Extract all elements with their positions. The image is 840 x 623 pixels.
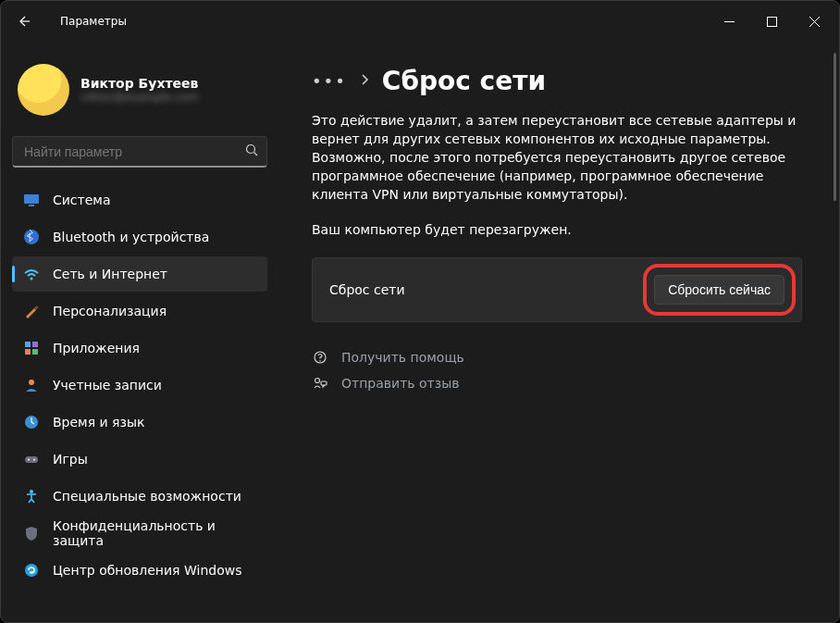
wifi-icon: [23, 266, 40, 282]
monitor-icon: [23, 192, 40, 208]
sidebar-item-accessibility[interactable]: Специальные возможности: [12, 479, 267, 514]
svg-point-17: [25, 564, 38, 577]
svg-point-14: [28, 459, 30, 461]
card-label: Сброс сети: [329, 282, 405, 297]
breadcrumb-more[interactable]: •••: [312, 71, 347, 91]
svg-rect-8: [32, 342, 38, 347]
sidebar-item-label: Центр обновления Windows: [53, 563, 241, 578]
sidebar-item-bluetooth[interactable]: Bluetooth и устройства: [12, 219, 267, 255]
search-input-wrap[interactable]: [12, 136, 267, 168]
link-label: Отправить отзыв: [341, 376, 459, 391]
reset-now-button[interactable]: Сбросить сейчас: [654, 275, 784, 305]
sidebar: Виктор Бухтеев viktor@example.com Систем…: [1, 42, 278, 622]
annotation-highlight: Сбросить сейчас: [643, 264, 796, 316]
sidebar-item-windows-update[interactable]: Центр обновления Windows: [12, 553, 267, 588]
maximize-icon: [767, 17, 777, 27]
main-content: ••• Сброс сети Это действие удалит, а за…: [278, 42, 839, 622]
sidebar-item-privacy[interactable]: Конфиденциальность и защита: [12, 516, 267, 551]
sidebar-item-apps[interactable]: Приложения: [12, 330, 267, 366]
sidebar-item-personalization[interactable]: Персонализация: [12, 293, 267, 329]
breadcrumb: ••• Сброс сети: [312, 66, 802, 96]
link-label: Получить помощь: [341, 350, 464, 365]
svg-point-1: [247, 144, 255, 153]
description-text: Это действие удалит, а затем переустанов…: [312, 111, 802, 204]
avatar: [18, 64, 69, 116]
back-button[interactable]: [5, 3, 42, 40]
svg-point-15: [33, 459, 35, 461]
sidebar-item-system[interactable]: Система: [12, 182, 267, 218]
window-controls: [708, 6, 835, 36]
apps-icon: [23, 340, 40, 356]
settings-window: Параметры Виктор Бухтеев viktor@example.…: [0, 0, 840, 623]
globe-clock-icon: [23, 414, 40, 430]
user-icon: [23, 377, 40, 393]
shield-icon: [23, 525, 40, 542]
svg-point-20: [315, 379, 320, 383]
nav: Система Bluetooth и устройства Сеть и Ин…: [8, 182, 271, 588]
svg-rect-13: [25, 456, 38, 463]
update-icon: [23, 562, 40, 579]
close-button[interactable]: [793, 6, 835, 36]
chevron-right-icon: [360, 72, 369, 90]
svg-point-11: [29, 380, 34, 385]
svg-rect-21: [321, 381, 327, 385]
svg-rect-0: [767, 17, 776, 26]
send-feedback-link[interactable]: Отправить отзыв: [312, 376, 802, 391]
svg-point-5: [31, 278, 33, 280]
brush-icon: [23, 303, 40, 319]
sidebar-item-gaming[interactable]: Игры: [12, 442, 267, 477]
gamepad-icon: [23, 451, 40, 467]
minimize-icon: [724, 17, 735, 27]
minimize-button[interactable]: [708, 6, 750, 36]
search-input[interactable]: [24, 144, 245, 159]
sidebar-item-label: Конфиденциальность и защита: [53, 518, 256, 548]
footer-links: Получить помощь Отправить отзыв: [312, 350, 802, 391]
scrollbar[interactable]: [834, 53, 836, 201]
profile-block[interactable]: Виктор Бухтеев viktor@example.com: [8, 47, 271, 136]
accessibility-icon: [23, 488, 40, 505]
svg-rect-9: [25, 349, 31, 355]
sidebar-item-label: Сеть и Интернет: [53, 267, 167, 281]
page-title: Сброс сети: [382, 66, 546, 96]
svg-rect-7: [25, 342, 31, 347]
svg-point-19: [319, 360, 321, 362]
sidebar-item-time-language[interactable]: Время и язык: [12, 405, 267, 440]
sidebar-item-label: Система: [53, 193, 110, 207]
get-help-link[interactable]: Получить помощь: [312, 350, 802, 365]
sidebar-item-label: Специальные возможности: [53, 489, 241, 504]
sidebar-item-label: Время и язык: [53, 415, 144, 430]
titlebar: Параметры: [1, 1, 839, 42]
bluetooth-icon: [23, 229, 40, 245]
subnote-text: Ваш компьютер будет перезагружен.: [312, 222, 802, 237]
svg-rect-10: [32, 349, 38, 355]
sidebar-item-label: Учетные записи: [53, 378, 162, 392]
sidebar-item-accounts[interactable]: Учетные записи: [12, 368, 267, 403]
reset-card: Сброс сети Сбросить сейчас: [312, 257, 802, 322]
feedback-icon: [312, 376, 328, 391]
sidebar-item-label: Персонализация: [53, 304, 167, 318]
sidebar-item-label: Приложения: [53, 341, 140, 355]
maximize-button[interactable]: [750, 6, 793, 36]
search-icon: [245, 143, 259, 160]
close-icon: [809, 17, 820, 27]
arrow-left-icon: [16, 14, 31, 29]
sidebar-item-network[interactable]: Сеть и Интернет: [12, 256, 267, 292]
svg-point-16: [30, 490, 33, 493]
profile-name: Виктор Бухтеев: [80, 76, 198, 91]
svg-rect-2: [24, 194, 39, 204]
sidebar-item-label: Bluetooth и устройства: [53, 230, 209, 244]
svg-rect-3: [29, 205, 34, 206]
profile-email: viktor@example.com: [80, 91, 198, 104]
help-icon: [312, 350, 328, 365]
sidebar-item-label: Игры: [53, 452, 88, 467]
window-title: Параметры: [60, 15, 127, 28]
